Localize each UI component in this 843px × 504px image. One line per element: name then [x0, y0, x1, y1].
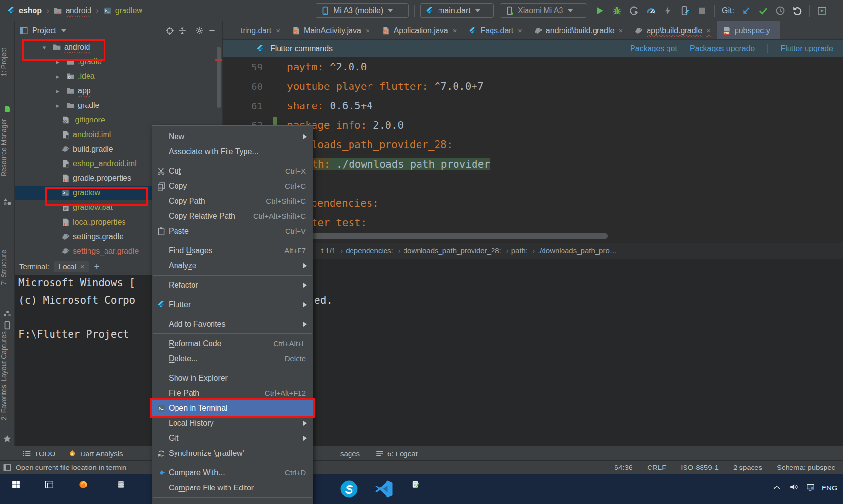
menu-item[interactable]: Local History	[152, 416, 313, 431]
banner-action-link[interactable]: Packages upgrade	[690, 44, 755, 53]
horizontal-scrollbar[interactable]	[311, 233, 608, 239]
device-selector[interactable]: Mi A3 (mobile)	[316, 3, 409, 18]
performance-button[interactable]	[646, 6, 656, 16]
attach-debugger-button[interactable]	[680, 6, 690, 16]
menu-item[interactable]	[153, 275, 312, 276]
menu-item[interactable]: Copy Relative Path Ctrl+Alt+Shift+C	[152, 209, 313, 224]
banner-action-link[interactable]: Packages get	[630, 44, 677, 53]
editor-tab[interactable]: tring.dart ×	[223, 21, 286, 39]
sidebar-tab-project[interactable]: 1: Project	[0, 48, 15, 76]
menu-item[interactable]: File Path Ctrl+Alt+F12	[152, 385, 313, 400]
git-update-button[interactable]	[741, 6, 751, 16]
menu-item[interactable]	[153, 333, 312, 334]
history-button[interactable]	[775, 6, 785, 16]
close-icon[interactable]: ×	[453, 26, 457, 35]
breadcrumb-folder[interactable]: android	[66, 6, 91, 15]
dart-analysis-tab[interactable]: Dart Analysis	[68, 446, 123, 461]
messages-tab[interactable]: sages	[340, 446, 360, 461]
sidebar-tab-structure[interactable]: 7: Structure	[0, 250, 15, 285]
menu-item[interactable]: Associate with File Type...	[152, 144, 313, 159]
menu-item[interactable]: Delete... Delete	[152, 351, 313, 366]
close-icon[interactable]: ×	[276, 26, 280, 35]
language-indicator[interactable]: ENG	[822, 484, 838, 492]
tool-window-icon[interactable]	[817, 6, 827, 16]
tray-expand-icon[interactable]	[771, 483, 783, 492]
profile-button[interactable]	[629, 6, 639, 16]
breadcrumb-project[interactable]: eshop	[19, 6, 42, 15]
editor-tab[interactable]: Faqs.dart ×	[462, 21, 527, 39]
menu-item[interactable]: Git	[152, 431, 313, 446]
editor-tab[interactable]: J MainActivity.java ×	[286, 21, 376, 39]
caret-position[interactable]: 64:36	[615, 463, 633, 471]
vscode-icon[interactable]	[374, 479, 394, 499]
close-icon[interactable]: ×	[366, 26, 370, 35]
tree-row[interactable]: ▸ .gradle	[15, 54, 222, 69]
collapse-all-button[interactable]	[178, 26, 187, 35]
project-panel-title[interactable]: Project	[32, 26, 56, 35]
start-button[interactable]	[9, 480, 23, 489]
menu-item[interactable]: Cut Ctrl+X	[152, 163, 313, 178]
breadcrumb-item[interactable]: ›./downloads_path_pro…	[529, 246, 617, 255]
editor-tab[interactable]: android\build.gradle ×	[528, 21, 629, 39]
revert-button[interactable]	[792, 6, 802, 16]
breadcrumb-item[interactable]: ›dependencies:	[337, 246, 393, 255]
breadcrumb-file[interactable]: gradlew	[115, 6, 142, 15]
network-display-icon[interactable]	[804, 483, 817, 491]
breadcrumb-item[interactable]: ›downloads_path_provider_28:	[395, 246, 501, 255]
chevron-down-icon[interactable]	[61, 29, 66, 32]
hot-reload-icon[interactable]	[663, 6, 673, 16]
close-icon[interactable]: ×	[80, 262, 85, 271]
run-config-selector[interactable]: main.dart	[420, 3, 494, 18]
debug-button[interactable]	[612, 6, 622, 16]
banner-action-link[interactable]: Flutter upgrade	[780, 44, 833, 53]
menu-item[interactable]: Paste Ctrl+V	[152, 224, 313, 239]
new-terminal-button[interactable]: +	[94, 261, 99, 272]
locate-file-button[interactable]	[165, 26, 174, 35]
menu-item[interactable]: Compare File with Editor	[152, 480, 313, 495]
task-view-button[interactable]	[42, 480, 56, 489]
target-device-selector[interactable]: Xiaomi Mi A3	[500, 3, 587, 18]
tree-row[interactable]: ▾ android	[15, 40, 222, 54]
expand-arrow-icon[interactable]: ▸	[53, 102, 63, 109]
menu-item[interactable]: Add to Favorites	[152, 316, 313, 331]
line-ending[interactable]: CRLF	[647, 463, 666, 471]
editor-tab[interactable]: YML pubspec.y	[717, 21, 780, 39]
menu-item[interactable]	[153, 463, 312, 463]
tree-row[interactable]: ▸ .idea	[15, 69, 222, 84]
menu-item[interactable]	[153, 368, 312, 368]
git-commit-button[interactable]	[758, 6, 768, 16]
menu-item[interactable]: Copy Ctrl+C	[152, 178, 313, 193]
sidebar-tab-layout-captures[interactable]: Layout Captures	[0, 331, 15, 382]
menu-item[interactable]: Compare With... Ctrl+D	[152, 465, 313, 480]
star-icon[interactable]	[3, 434, 12, 443]
menu-item[interactable]: Reformat Code Ctrl+Alt+L	[152, 336, 313, 351]
shapes-icon[interactable]	[3, 197, 12, 206]
sidebar-tab-resource-manager[interactable]: Resource Manager	[0, 119, 15, 176]
editor[interactable]: 59 paytm: ^2.0.0 60 youtube_player_flutt…	[223, 57, 843, 243]
expand-arrow-icon[interactable]: ▸	[53, 87, 63, 95]
expand-arrow-icon[interactable]: ▾	[39, 44, 50, 51]
menu-item[interactable]	[153, 314, 312, 314]
tool-window-toggle-icon[interactable]	[3, 463, 12, 472]
menu-item[interactable]: Flutter	[152, 297, 313, 312]
stop-button[interactable]	[697, 6, 707, 16]
menu-item[interactable]: Analyze	[152, 258, 313, 273]
menu-item[interactable]: Synchronize 'gradlew'	[152, 446, 313, 461]
menu-item[interactable]	[153, 497, 312, 498]
android-icon[interactable]	[3, 105, 12, 114]
breadcrumb-item[interactable]: ›path:	[503, 246, 527, 255]
close-icon[interactable]: ×	[706, 26, 711, 35]
notepad-app-icon[interactable]	[411, 480, 420, 489]
firefox-icon[interactable]	[79, 480, 88, 489]
close-icon[interactable]: ×	[618, 26, 623, 35]
menu-item[interactable]: Find Usages Alt+F7	[152, 243, 313, 258]
expand-arrow-icon[interactable]: ▸	[53, 73, 63, 80]
expand-arrow-icon[interactable]: ▸	[53, 58, 63, 66]
tree-row[interactable]: ▸ app	[15, 84, 222, 98]
terminal-panel[interactable]: Terminal: Local × + Microsoft Windows [ …	[15, 259, 843, 446]
menu-item[interactable]	[153, 161, 312, 161]
menu-item[interactable]: Show in Explorer	[152, 370, 313, 385]
todo-tab[interactable]: TODO	[22, 446, 55, 461]
logcat-tab[interactable]: 6: Logcat	[375, 446, 418, 461]
scrollbar[interactable]	[217, 47, 221, 108]
